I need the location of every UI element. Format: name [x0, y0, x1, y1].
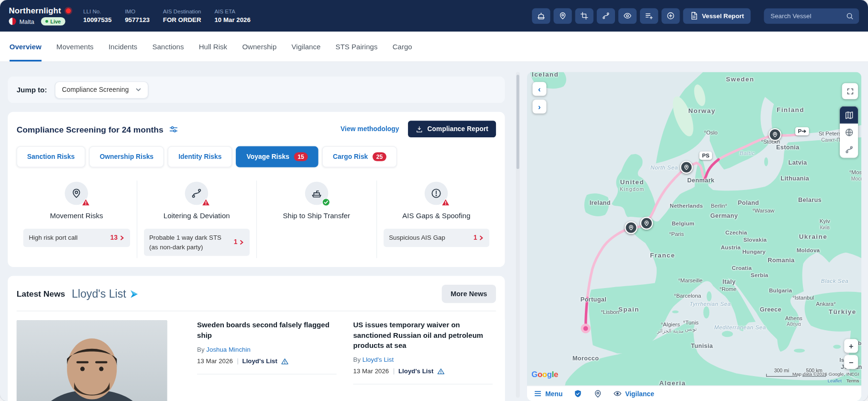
divider	[237, 358, 238, 365]
risk-tab-identity-risks[interactable]: Identity Risks	[168, 146, 232, 167]
header: Northernlight Malta Live LLI No.10097535…	[0, 0, 868, 32]
article-flag-icon	[437, 368, 444, 375]
map-pin-icon	[593, 389, 603, 398]
eye-icon	[623, 11, 631, 20]
route-view-button[interactable]	[840, 141, 858, 158]
risk-category-ais-gaps-spoofing: AIS Gaps & SpoofingSuspicious AIS Gap1	[376, 180, 496, 258]
vessel-event-marker[interactable]	[640, 217, 653, 230]
risk-item-probable-1-way-dark-sts-as-non-dark-party[interactable]: Probable 1 way dark STS (as non-dark par…	[143, 229, 250, 256]
risk-tab-voyage-risks[interactable]: Voyage Risks15	[236, 146, 319, 167]
tab-bar: OverviewMovementsIncidentsSanctionsHull …	[0, 32, 868, 62]
tab-ownership[interactable]: Ownership	[242, 32, 276, 62]
vessel-event-marker[interactable]	[625, 221, 637, 234]
tab-movements[interactable]: Movements	[56, 32, 94, 62]
tab-cargo[interactable]: Cargo	[393, 32, 412, 62]
vessel-track-highlight-2	[586, 298, 587, 328]
ship-icon	[311, 188, 322, 199]
category-icon-wrap	[305, 182, 329, 205]
leaflet-link[interactable]: Leaflet	[827, 378, 842, 384]
zoom-in-button[interactable]: +	[844, 339, 858, 353]
add-button[interactable]	[661, 8, 680, 23]
risk-tab-ownership-risks[interactable]: Ownership Risks	[89, 146, 164, 167]
map-panel[interactable]: IcelandSwedenNorwayFinland°Oslo°StockhSt…	[527, 72, 861, 401]
scrollbar-thumb[interactable]	[516, 75, 519, 169]
category-name: Loitering & Deviation	[164, 212, 230, 220]
pan-left-button[interactable]: ‹	[533, 82, 547, 96]
add-to-list-button[interactable]	[640, 8, 658, 23]
pin-toggle[interactable]	[593, 389, 603, 398]
port-calls-button[interactable]	[532, 8, 550, 23]
field-label: AIS ETA	[214, 8, 250, 14]
article-author-link[interactable]: Lloyd's List	[363, 356, 394, 363]
globe-view-button[interactable]	[840, 123, 858, 141]
compliance-card: Compliance Screening for 24 months View …	[8, 112, 505, 267]
tab-sanctions[interactable]: Sanctions	[152, 32, 184, 62]
more-news-button[interactable]: More News	[442, 285, 496, 303]
header-field-lli-no: LLI No.10097535	[83, 8, 111, 23]
zoom-out-button[interactable]: −	[844, 355, 858, 369]
category-name: AIS Gaps & Spoofing	[402, 212, 470, 220]
risk-tab-sanction-risks[interactable]: Sanction Risks	[17, 146, 86, 167]
vigilance-eye-icon	[614, 390, 622, 398]
tab-vigilance[interactable]: Vigilance	[292, 32, 321, 62]
article-author-link[interactable]: Joshua Minchin	[206, 346, 250, 353]
map-badge-ps[interactable]: PS	[699, 152, 712, 160]
vessel-event-marker[interactable]	[680, 161, 693, 174]
attribution-text: Map data ©2026 Google, INEGI	[792, 370, 859, 378]
expand-icon	[846, 87, 854, 95]
live-badge: Live	[41, 17, 66, 25]
compliance-title: Compliance Screening for 24 months	[17, 124, 164, 134]
article-meta: 13 Mar 2026Lloyd's List	[197, 357, 337, 365]
search-vessel-field[interactable]	[764, 8, 859, 23]
map-icon	[845, 111, 854, 120]
route-icon	[191, 188, 202, 199]
map-view-button[interactable]	[840, 106, 858, 123]
download-icon	[416, 125, 423, 133]
locate-vessel-button[interactable]	[553, 8, 571, 23]
search-vessel-input[interactable]	[769, 12, 846, 20]
vessel-event-marker[interactable]	[769, 128, 781, 141]
risk-item-text: Probable 1 way dark STS (as non-dark par…	[149, 233, 230, 252]
tab-sts-pairings[interactable]: STS Pairings	[336, 32, 378, 62]
compliance-report-button[interactable]: Compliance Report	[408, 121, 496, 137]
terms-link[interactable]: Terms	[846, 378, 859, 384]
globe-icon	[845, 128, 854, 137]
vessel-report-button[interactable]: Vessel Report	[683, 8, 750, 23]
jump-to-dropdown[interactable]: Compliance Screening	[55, 81, 148, 99]
pan-right-button[interactable]: ›	[533, 100, 547, 113]
article-meta: 13 Mar 2026Lloyd's List	[353, 368, 493, 375]
view-methodology-link[interactable]: View methodology	[341, 125, 399, 133]
hamburger-icon	[534, 390, 542, 398]
risk-item-suspicious-ais-gap[interactable]: Suspicious AIS Gap1	[384, 229, 490, 247]
risk-item-high-risk-port-call[interactable]: High risk port call13	[23, 229, 130, 247]
risk-tab-label: Voyage Risks	[247, 153, 289, 160]
map-badge-p[interactable]: P➔	[795, 127, 809, 135]
watch-vessel-button[interactable]	[618, 8, 637, 23]
tab-overview[interactable]: Overview	[10, 32, 42, 62]
news-article: US issues temporary waiver on sanctioned…	[353, 320, 493, 401]
map-menu-button[interactable]: Menu	[534, 390, 563, 398]
risk-tab-cargo-risk[interactable]: Cargo Risk25	[322, 146, 397, 167]
voyage-route-button[interactable]	[597, 8, 615, 23]
news-title: Latest News	[17, 290, 65, 299]
category-icon-wrap	[425, 182, 448, 205]
tab-hull-risk[interactable]: Hull Risk	[199, 32, 227, 62]
field-value: 9577123	[125, 17, 150, 23]
article-title[interactable]: Sweden boards second falsely flagged shi…	[197, 320, 337, 340]
tab-incidents[interactable]: Incidents	[109, 32, 137, 62]
risk-tab-label: Sanction Risks	[27, 153, 75, 160]
header-field-imo: IMO9577123	[125, 8, 150, 23]
fullscreen-button[interactable]	[842, 83, 858, 100]
area-select-button[interactable]	[575, 8, 593, 23]
article-title[interactable]: US issues temporary waiver on sanctioned…	[353, 320, 493, 350]
shield-toggle[interactable]	[574, 389, 583, 398]
byline-prefix: By	[353, 356, 361, 363]
filter-sliders-icon[interactable]	[169, 124, 178, 134]
scrollbar[interactable]	[516, 72, 520, 398]
category-name: Movement Risks	[50, 212, 103, 220]
vigilance-toggle[interactable]: Vigilance	[614, 390, 654, 398]
jump-to-bar: Jump to: Compliance Screening	[8, 77, 505, 103]
vessel-report-label: Vessel Report	[702, 12, 744, 19]
divider	[17, 311, 496, 312]
field-label: AIS Destination	[163, 8, 201, 14]
